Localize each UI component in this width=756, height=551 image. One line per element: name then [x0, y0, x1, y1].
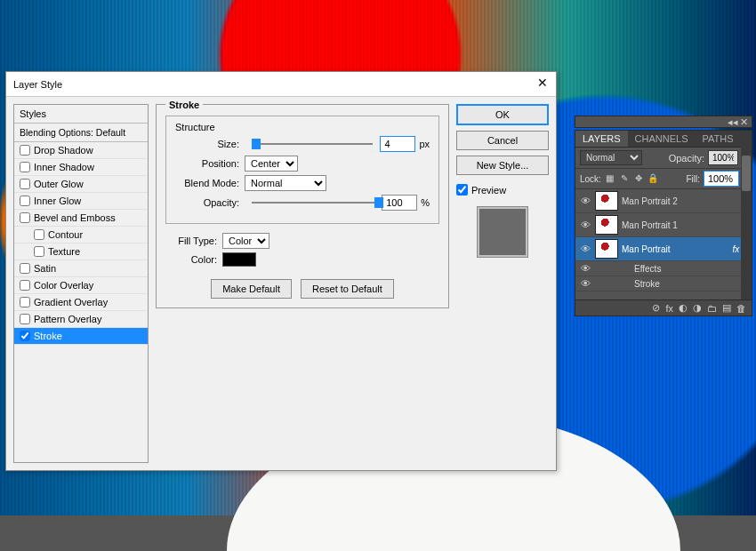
style-label: Outer Glow [34, 179, 84, 189]
style-item-satin[interactable]: Satin [14, 260, 148, 277]
layer-name: Man Portrait 1 [622, 220, 748, 230]
style-checkbox[interactable] [20, 263, 30, 274]
visibility-icon[interactable]: 👁 [579, 263, 591, 274]
position-select[interactable]: Center [245, 156, 298, 172]
style-checkbox[interactable] [20, 331, 30, 341]
visibility-icon[interactable]: 👁 [579, 220, 591, 230]
size-slider[interactable] [252, 143, 373, 145]
style-label: Color Overlay [34, 280, 93, 291]
style-item-contour[interactable]: Contour [14, 227, 148, 244]
style-label: Pattern Overlay [34, 314, 101, 324]
visibility-icon[interactable]: 👁 [579, 244, 591, 254]
opacity-input[interactable] [382, 195, 417, 211]
adjustment-icon[interactable]: ◑ [693, 302, 702, 314]
reset-default-button[interactable]: Reset to Default [301, 279, 394, 299]
style-item-inner-shadow[interactable]: Inner Shadow [14, 159, 148, 176]
layers-panel-bottom: ⊘ fx ◐ ◑ 🗀 ▤ 🗑 [575, 299, 752, 315]
style-item-pattern-overlay[interactable]: Pattern Overlay [14, 311, 148, 328]
layers-scrollbar[interactable] [741, 147, 752, 299]
filltype-select[interactable]: Color [222, 233, 269, 249]
opacity-unit: % [421, 197, 430, 208]
panel-top-strip: ◂◂ ✕ [575, 116, 752, 128]
layer-thumbnail[interactable] [595, 215, 618, 235]
blendmode-label: Blend Mode: [175, 178, 239, 188]
position-label: Position: [175, 158, 239, 169]
style-checkbox[interactable] [20, 297, 30, 307]
link-layers-icon[interactable]: ⊘ [652, 302, 660, 314]
style-checkbox[interactable] [20, 196, 30, 206]
opacity-slider[interactable] [252, 202, 374, 204]
mask-icon[interactable]: ◐ [679, 302, 688, 314]
trash-icon[interactable]: 🗑 [736, 303, 746, 314]
style-label: Contour [48, 229, 83, 240]
style-label: Inner Glow [34, 196, 81, 206]
visibility-icon[interactable]: 👁 [579, 196, 591, 206]
structure-legend: Structure [175, 122, 215, 132]
style-item-drop-shadow[interactable]: Drop Shadow [14, 142, 148, 159]
layer-blendmode-select[interactable]: Normal [580, 150, 642, 165]
color-swatch[interactable] [222, 252, 256, 267]
fill-label: Fill: [686, 174, 700, 184]
layer-opacity-input[interactable] [708, 150, 738, 165]
style-checkbox[interactable] [34, 229, 44, 240]
style-checkbox[interactable] [20, 280, 30, 291]
layer-thumbnail[interactable] [595, 191, 618, 211]
size-unit: px [419, 139, 430, 149]
style-checkbox[interactable] [20, 179, 30, 189]
style-item-color-overlay[interactable]: Color Overlay [14, 277, 148, 294]
new-layer-icon[interactable]: ▤ [722, 302, 731, 314]
effect-stroke-row[interactable]: Stroke [595, 279, 660, 289]
visibility-icon[interactable]: 👁 [579, 278, 591, 289]
fill-input[interactable] [704, 171, 739, 187]
style-item-bevel-and-emboss[interactable]: Bevel and Emboss [14, 210, 148, 227]
style-label: Inner Shadow [34, 162, 94, 172]
preview-checkbox[interactable] [456, 184, 468, 196]
layer-thumbnail[interactable] [595, 239, 618, 259]
styles-header[interactable]: Styles [14, 105, 148, 124]
style-checkbox[interactable] [20, 212, 30, 223]
group-icon[interactable]: 🗀 [707, 303, 717, 314]
style-item-texture[interactable]: Texture [14, 244, 148, 260]
lock-position-icon[interactable]: ✥ [633, 173, 644, 184]
layers-panel: LAYERS CHANNELS PATHS Normal Opacity: ▸ … [575, 130, 752, 316]
fx-icon[interactable]: fx [665, 303, 673, 314]
preview-swatch [477, 206, 528, 258]
layer-row[interactable]: 👁Man Portraitfx ▾ [575, 237, 752, 261]
size-input[interactable] [380, 136, 415, 152]
style-label: Stroke [34, 331, 62, 341]
panel-collapse-icon[interactable]: ◂◂ [728, 116, 738, 128]
style-checkbox[interactable] [20, 145, 30, 156]
style-checkbox[interactable] [34, 246, 44, 257]
style-item-stroke[interactable]: Stroke [14, 328, 148, 345]
lock-all-icon[interactable]: 🔒 [647, 173, 658, 184]
lock-transparency-icon[interactable]: ▦ [605, 173, 615, 184]
panel-tabs: LAYERS CHANNELS PATHS [575, 131, 752, 148]
dialog-titlebar[interactable]: Layer Style ✕ [6, 72, 556, 97]
layer-opacity-label: Opacity: [669, 153, 704, 164]
lock-pixels-icon[interactable]: ✎ [619, 173, 630, 184]
panel-close-icon[interactable]: ✕ [740, 116, 748, 128]
style-checkbox[interactable] [20, 314, 30, 324]
close-icon[interactable]: ✕ [535, 76, 551, 92]
style-item-outer-glow[interactable]: Outer Glow [14, 176, 148, 193]
style-item-inner-glow[interactable]: Inner Glow [14, 193, 148, 210]
blending-options-row[interactable]: Blending Options: Default [14, 124, 148, 142]
cancel-button[interactable]: Cancel [456, 131, 549, 150]
layer-row[interactable]: 👁Man Portrait 1 [575, 213, 752, 237]
style-item-gradient-overlay[interactable]: Gradient Overlay [14, 294, 148, 311]
dialog-title: Layer Style [13, 79, 62, 90]
dialog-actions: OK Cancel New Style... Preview [456, 104, 549, 463]
layer-row[interactable]: 👁Man Portrait 2 [575, 189, 752, 213]
tab-channels[interactable]: CHANNELS [628, 131, 696, 147]
filltype-label: Fill Type: [165, 236, 217, 246]
tab-paths[interactable]: PATHS [696, 131, 741, 147]
size-label: Size: [175, 139, 239, 149]
style-checkbox[interactable] [20, 162, 30, 172]
tab-layers[interactable]: LAYERS [575, 131, 628, 147]
blendmode-select[interactable]: Normal [245, 175, 326, 191]
ok-button[interactable]: OK [456, 104, 549, 125]
make-default-button[interactable]: Make Default [211, 279, 292, 299]
styles-list: Styles Blending Options: Default Drop Sh… [13, 104, 149, 463]
effects-row[interactable]: Effects [595, 264, 661, 274]
new-style-button[interactable]: New Style... [456, 156, 549, 175]
